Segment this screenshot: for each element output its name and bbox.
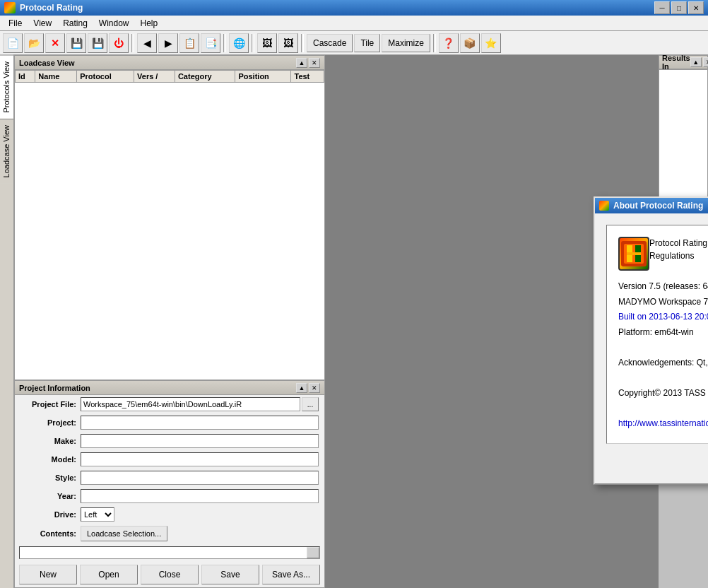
save-as-proj-button[interactable]: Save As...: [262, 565, 320, 584]
year-input[interactable]: [81, 489, 319, 503]
results-title: Results In: [662, 54, 690, 71]
menu-help[interactable]: Help: [135, 16, 164, 30]
col-name: Name: [35, 71, 77, 83]
project-controls: ▲ ✕: [296, 383, 320, 393]
save-as-button[interactable]: 💾: [88, 33, 107, 53]
make-label: Make:: [20, 437, 81, 445]
loadcase-restore-button[interactable]: ▲: [296, 58, 307, 68]
dialog-copyright: Copyright© 2013 TASS BV: [618, 386, 708, 401]
loadcase-close-button[interactable]: ✕: [309, 58, 320, 68]
browse-button[interactable]: ...: [302, 397, 319, 411]
project-input[interactable]: [81, 416, 319, 430]
menu-bar: File View Rating Window Help: [0, 16, 708, 31]
project-label: Project:: [20, 418, 81, 427]
maximize-win-button[interactable]: Maximize: [382, 34, 430, 52]
tab-loadcase-view[interactable]: Loadcase View: [0, 119, 13, 183]
menu-window[interactable]: Window: [93, 16, 135, 30]
menu-file[interactable]: File: [3, 16, 28, 30]
cascade-button[interactable]: Cascade: [307, 34, 353, 52]
forward-button[interactable]: ▶: [158, 33, 178, 53]
project-file-input[interactable]: [81, 397, 300, 411]
box-button[interactable]: 📦: [460, 33, 480, 53]
loadcase-table: Id Name Protocol Vers / Category Positio…: [15, 70, 324, 83]
dialog-title: About Protocol Rating: [613, 201, 703, 211]
tab-protocols-view[interactable]: Protocols View: [0, 55, 13, 119]
menu-view[interactable]: View: [28, 16, 57, 30]
loadcase-controls: ▲ ✕: [296, 58, 320, 68]
new-proj-button[interactable]: New: [19, 565, 77, 584]
open-button[interactable]: 📂: [24, 33, 44, 53]
minimize-button[interactable]: ─: [654, 1, 670, 14]
globe-button[interactable]: 🌐: [229, 33, 249, 53]
dialog-app-icon: [618, 237, 649, 271]
project-buttons: New Open Close Save Save As...: [15, 562, 324, 587]
new-button[interactable]: 📄: [3, 33, 23, 53]
separator-1: [131, 34, 134, 52]
contents-label: Contents:: [20, 529, 81, 538]
model-input[interactable]: [81, 452, 319, 466]
col-test: Test: [291, 71, 324, 83]
make-input[interactable]: [81, 434, 319, 448]
tile-button[interactable]: Tile: [354, 34, 380, 52]
project-titlebar: Project Information ▲ ✕: [15, 381, 324, 395]
nav4-button[interactable]: 📑: [201, 33, 220, 53]
dialog-app-title: Protocol Rating - Applying Injury Assess…: [649, 237, 708, 262]
close-doc-button[interactable]: ✕: [45, 33, 65, 53]
img2-button[interactable]: 🖼: [278, 33, 298, 53]
separator-4: [301, 34, 304, 52]
loadcase-table-scroll[interactable]: Id Name Protocol Vers / Category Positio…: [15, 70, 324, 380]
table-header-row: Id Name Protocol Vers / Category Positio…: [16, 71, 324, 83]
results-header: Results In ▲ ✕: [659, 55, 708, 69]
separator-5: [433, 34, 436, 52]
project-file-row: Project File: ...: [15, 395, 324, 413]
contents-row: Contents: Loadcase Selection...: [15, 524, 324, 543]
menu-rating[interactable]: Rating: [57, 16, 93, 30]
dialog-workspace: MADYMO Workspace 7.5: [618, 295, 708, 310]
save-proj-button[interactable]: Save: [201, 565, 259, 584]
app-icon: [4, 2, 16, 13]
star-button[interactable]: ⭐: [481, 33, 501, 53]
close-proj-button[interactable]: Close: [141, 565, 199, 584]
img1-button[interactable]: 🖼: [257, 33, 277, 53]
save-button[interactable]: 💾: [66, 33, 86, 53]
loadcase-titlebar: Loadcase View ▲ ✕: [15, 56, 324, 70]
dialog-version: Version 7.5 (releases: 64308): [618, 279, 708, 295]
results-restore-button[interactable]: ▲: [690, 57, 702, 67]
contents-button[interactable]: Loadcase Selection...: [81, 526, 167, 541]
close-button[interactable]: ✕: [688, 1, 704, 14]
year-row: Year:: [15, 487, 324, 505]
style-row: Style:: [15, 469, 324, 487]
drive-select[interactable]: Left Right: [81, 507, 114, 522]
project-close-button[interactable]: ✕: [309, 383, 320, 393]
help-button[interactable]: ❓: [439, 33, 459, 53]
separator-2: [223, 34, 226, 52]
results-controls: ▲ ✕: [690, 57, 708, 67]
dialog-built-on: Built on 2013-06-13 20:08:36: [618, 310, 708, 325]
exit-button[interactable]: ⏻: [109, 33, 129, 53]
workspace: About Protocol Rating ✕: [325, 55, 659, 588]
open-proj-button[interactable]: Open: [80, 565, 138, 584]
dialog-content: Protocol Rating - Applying Injury Assess…: [595, 213, 708, 483]
col-vers: Vers /: [134, 71, 175, 83]
project-file-label: Project File:: [20, 400, 81, 408]
model-row: Model:: [15, 450, 324, 469]
dialog-footer: OK: [602, 448, 708, 476]
back-button[interactable]: ◀: [137, 33, 157, 53]
about-dialog: About Protocol Rating ✕: [594, 196, 708, 485]
dialog-titlebar: About Protocol Rating ✕: [595, 198, 708, 213]
separator-3: [252, 34, 254, 52]
project-restore-button[interactable]: ▲: [296, 383, 307, 393]
results-close-button[interactable]: ✕: [703, 57, 708, 67]
make-row: Make:: [15, 432, 324, 450]
dialog-platform: Platform: em64t-win: [618, 325, 708, 341]
maximize-button[interactable]: □: [671, 1, 687, 14]
nav3-button[interactable]: 📋: [179, 33, 199, 53]
col-id: Id: [16, 71, 35, 83]
style-input[interactable]: [81, 471, 319, 485]
project-scrollbar[interactable]: [19, 546, 320, 559]
year-label: Year:: [20, 492, 81, 500]
col-category: Category: [175, 71, 235, 83]
drive-label: Drive:: [20, 510, 81, 519]
panel-area: Loadcase View ▲ ✕ Id Name Protocol: [14, 55, 325, 588]
project-row: Project:: [15, 413, 324, 432]
